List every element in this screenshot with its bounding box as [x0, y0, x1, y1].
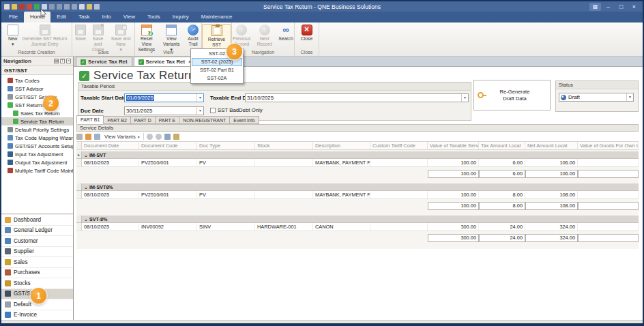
notes-icon[interactable]	[87, 4, 92, 10]
view-variants-dropdown[interactable]: View Variants ▼	[104, 134, 141, 140]
record-last-icon[interactable]	[57, 4, 62, 10]
group-row-im-svt[interactable]: ▸⌄ IM-SVT	[76, 151, 639, 159]
nav-item-tax-code-mapping-wizard[interactable]: Tax Code Mapping Wizard	[1, 134, 73, 142]
record-first-icon[interactable]	[49, 4, 55, 10]
chevron-down-icon[interactable]: ▼	[196, 94, 203, 102]
close-window-button[interactable]: ×	[628, 3, 640, 11]
edit-icon[interactable]	[173, 134, 179, 140]
details-toolbar-left	[76, 134, 100, 140]
undo-icon[interactable]	[79, 4, 85, 10]
grid-alt-icon[interactable]	[72, 4, 77, 10]
chevron-down-icon[interactable]: ▼	[461, 94, 468, 102]
prev-page-icon[interactable]	[147, 134, 153, 140]
taxable-end-date-input[interactable]: 31/10/2025 ▼	[245, 93, 469, 102]
due-date-input[interactable]: 30/11/2025 ▼	[124, 106, 204, 115]
module-dashboard[interactable]: Dashboard	[1, 214, 73, 225]
new-document-icon[interactable]	[12, 4, 17, 10]
menu-inquiry[interactable]: Inquiry	[166, 12, 195, 23]
ribbon-display-icon[interactable]: ▦	[589, 3, 601, 11]
pin-icon[interactable]: T	[60, 59, 65, 63]
nav-item-multiple-tariff-code-maintenance[interactable]: Multiple Tariff Code Maintenance	[1, 166, 73, 175]
report-icon[interactable]	[19, 4, 25, 10]
dropdown-item-sst-02-part-b1[interactable]: SST-02 Part B1	[192, 66, 242, 74]
module-customer[interactable]: Customer	[1, 235, 73, 246]
layout-window-icon[interactable]	[94, 134, 100, 140]
export-icon[interactable]	[85, 134, 91, 140]
column-header-description[interactable]: Description	[313, 142, 370, 149]
column-header-value-of-taxable-service[interactable]: Value of Taxable Service	[428, 142, 479, 149]
document-tab-2[interactable]: ✓Service Tax Ret×	[134, 57, 196, 66]
column-header-document-code[interactable]: Document Code	[139, 142, 197, 149]
module-sales[interactable]: Sales	[1, 256, 73, 267]
nav-item-gst-sst-accounts-setup[interactable]: GST/SST Accounts Setup	[1, 142, 73, 150]
tab-non-registrant[interactable]: NON-REGISTRANT	[179, 116, 230, 124]
tab-event-info[interactable]: Event Info	[230, 116, 259, 124]
taxable-start-date-input[interactable]: 01/09/2025 ▼	[124, 93, 204, 102]
column-header-doc-type[interactable]: Doc Type	[197, 142, 255, 149]
refresh-icon[interactable]	[34, 4, 40, 10]
tab-part-b1[interactable]: PART B1	[76, 115, 104, 124]
module-stocks[interactable]: Stocks	[1, 278, 73, 288]
nav-item-tax-codes[interactable]: Tax Codes	[1, 76, 73, 85]
tab-part-d[interactable]: PART D	[131, 116, 156, 124]
audit-trail-button[interactable]: Audit Trail	[185, 24, 201, 48]
column-header-custom-tariff-code[interactable]: Custom Tariff Code	[370, 142, 428, 149]
regenerate-draft-data-button[interactable]: Re-Generate Draft Data	[473, 80, 551, 110]
chevron-down-icon[interactable]: ▼	[196, 107, 203, 115]
nav-item-output-tax-adjustment[interactable]: Output Tax Adjustment	[1, 158, 73, 166]
status-dropdown[interactable]: Draft ▼	[559, 93, 634, 102]
tab-part-b2[interactable]: PART B2	[104, 116, 130, 124]
nav-item-sst-advisor[interactable]: SST Advisor	[1, 85, 73, 93]
maximize-button[interactable]: □	[615, 3, 627, 11]
nav-item-service-tax-return[interactable]: Service Tax Return	[1, 117, 73, 125]
menu-home[interactable]: Home	[24, 12, 50, 23]
sst-baddebt-checkbox[interactable]	[210, 108, 216, 113]
multiple-tariff-code-maintenance-icon	[8, 168, 13, 173]
nav-item-sales-tax-return[interactable]: Sales Tax Return	[1, 109, 73, 117]
table-row[interactable]: 08/10/2025PV2510/001PVMAYBANK, PAYMENT F…	[76, 159, 639, 167]
module-purchases[interactable]: Purchases	[1, 267, 73, 278]
table-row[interactable]: 08/10/2025PV2510/001PVMAYBANK, PAYMENT F…	[76, 191, 639, 199]
nav-item-default-priority-settings[interactable]: Default Priority Settings	[1, 125, 73, 134]
nav-item-input-tax-adjustment[interactable]: Input Tax Adjustment	[1, 150, 73, 158]
group-row-svt-8[interactable]: ⌄ SVT-8%	[76, 216, 639, 223]
menu-edit[interactable]: Edit	[50, 12, 72, 23]
dropdown-item-sst-02a[interactable]: SST-02A	[192, 74, 242, 83]
close-panel-icon[interactable]: ×	[66, 59, 71, 63]
attach-icon[interactable]	[76, 134, 83, 140]
chevron-down-icon[interactable]: ▼	[626, 93, 633, 101]
tab-part-e[interactable]: PART E	[156, 116, 180, 124]
document-tab-1[interactable]: ✓Service Tax Ret	[76, 57, 132, 66]
subtotal-cell: 6.00	[479, 170, 525, 178]
grid-icon[interactable]	[64, 4, 70, 10]
menu-file[interactable]: File	[3, 12, 24, 23]
menu-tools[interactable]: Tools	[141, 12, 166, 23]
table-row[interactable]: 08/10/2025INV00092SINVHARDWARE-001CANON3…	[76, 223, 639, 231]
more-icon[interactable]	[94, 4, 100, 10]
new-button[interactable]: New ▾	[5, 24, 21, 48]
module-general-ledger[interactable]: General Ledger	[1, 225, 73, 236]
menu-task[interactable]: Task	[72, 12, 96, 23]
group-row-im-svt8[interactable]: ⌄ IM-SVT8%	[76, 183, 639, 191]
menu-view[interactable]: View	[117, 12, 141, 23]
save-layout-icon[interactable]	[164, 134, 171, 140]
column-header-document-date[interactable]: Document Date	[82, 142, 139, 149]
minimize-button[interactable]: –	[602, 3, 614, 11]
module-e-invoice[interactable]: E-Invoice	[1, 310, 73, 321]
menu-info[interactable]: Info	[96, 12, 117, 23]
close-button[interactable]: Close	[299, 24, 315, 42]
panel-menu-icon[interactable]: ▤	[54, 59, 59, 63]
regenerate-draft-data-label: Re-Generate Draft Data	[488, 89, 542, 102]
app-icon[interactable]	[4, 4, 10, 10]
menu-maintenance[interactable]: Maintenance	[195, 12, 239, 23]
column-header-net-amount-local[interactable]: Net Amount Local	[525, 142, 578, 149]
nav-item-gst-sst-settings[interactable]: GST/SST Settings	[1, 93, 73, 101]
next-page-icon[interactable]	[156, 134, 162, 140]
delete-icon[interactable]	[27, 4, 32, 10]
module-supplier[interactable]: Supplier	[1, 246, 73, 257]
nav-item-sst-returns[interactable]: SST Returns	[1, 101, 73, 109]
search-button[interactable]: Search	[278, 24, 294, 42]
column-header-value-of-goods-for-own-used[interactable]: Value of Goods For Own Used	[578, 142, 639, 149]
column-header-tax-amount-local[interactable]: Tax Amount Local	[479, 142, 525, 149]
column-header-stock[interactable]: Stock	[255, 142, 313, 149]
